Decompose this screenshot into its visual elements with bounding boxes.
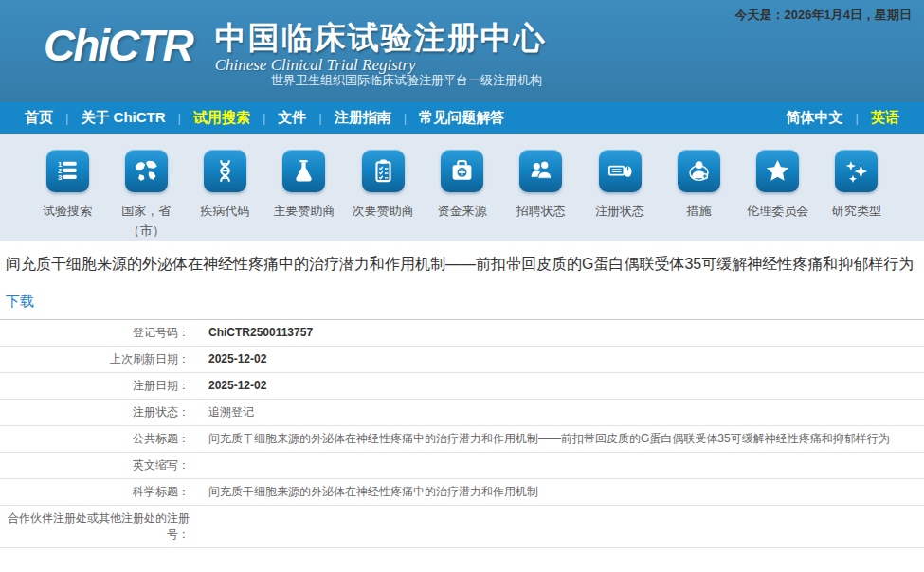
download-link[interactable]: 下载 <box>6 293 34 311</box>
row-value <box>201 522 924 531</box>
keyboard-mouse-icon[interactable] <box>599 150 642 192</box>
table-row-scientific-title: 科学标题： 间充质干细胞来源的外泌体在神经性疼痛中的治疗潜力和作用机制 <box>0 479 924 506</box>
search-filter-strip: 1 2 3 试验搜索 国家，省（市） <box>0 134 924 241</box>
flask-icon[interactable] <box>282 150 325 192</box>
world-map-icon[interactable] <box>125 150 168 192</box>
table-row-english-acronym: 英文缩写： <box>0 453 924 479</box>
trial-page-title: 间充质干细胞来源的外泌体在神经性疼痛中的治疗潜力和作用机制——前扣带回皮质的G蛋… <box>0 241 924 275</box>
filter-trial-search[interactable]: 1 2 3 试验搜索 <box>28 150 106 241</box>
filter-interventions[interactable]: 措施 <box>660 150 737 241</box>
filter-primary-sponsor[interactable]: 主要赞助商 <box>265 150 343 241</box>
table-row-registration-date: 注册日期： 2025-12-02 <box>0 373 924 400</box>
filter-country-province[interactable]: 国家，省（市） <box>107 150 185 241</box>
filter-label: 伦理委员会 <box>747 201 808 221</box>
language-switcher: 简体中文 | 英语 <box>774 109 912 127</box>
filter-label: 试验搜索 <box>43 201 92 221</box>
filter-label: 疾病代码 <box>201 201 250 221</box>
chictr-logo[interactable]: ChiCTR <box>44 21 192 70</box>
medical-bag-icon[interactable] <box>441 150 483 192</box>
filter-label: 国家，省（市） <box>117 201 175 241</box>
filter-label: 注册状态 <box>595 201 644 221</box>
row-label: 注册日期： <box>0 373 201 399</box>
list-numbers-icon[interactable]: 1 2 3 <box>46 150 89 192</box>
who-tagline: 世界卫生组织国际临床试验注册平台一级注册机构 <box>271 72 542 89</box>
nav-item-faq[interactable]: 常见问题解答 <box>407 109 516 127</box>
filter-funding-source[interactable]: 资金来源 <box>423 150 500 241</box>
table-row-last-refreshed: 上次刷新日期： 2025-12-02 <box>0 347 924 373</box>
clipboard-checklist-icon[interactable] <box>362 150 405 192</box>
table-row-public-title: 公共标题： 间充质干细胞来源的外泌体在神经性疼痛中的治疗潜力和作用机制——前扣带… <box>0 426 924 453</box>
nav-item-home[interactable]: 首页 <box>12 109 65 127</box>
current-date: 今天是：2026年1月4日，星期日 <box>735 7 912 24</box>
table-row-registration-number: 登记号码： ChiCTR2500113757 <box>0 320 924 347</box>
site-header: 今天是：2026年1月4日，星期日 ChiCTR 中国临床试验注册中心 Chin… <box>0 0 924 102</box>
people-icon[interactable] <box>519 150 562 192</box>
filter-disease-code[interactable]: 疾病代码 <box>187 150 264 241</box>
row-label: 注册状态： <box>0 400 201 425</box>
table-row-registration-status: 注册状态： 追溯登记 <box>0 400 924 426</box>
filter-secondary-sponsor[interactable]: 次要赞助商 <box>344 150 422 241</box>
filter-label: 招聘状态 <box>516 201 566 221</box>
row-value: 追溯登记 <box>201 400 924 425</box>
filter-label: 资金来源 <box>437 201 486 221</box>
filter-label: 研究类型 <box>832 201 881 221</box>
row-label: 科学标题： <box>0 479 201 505</box>
filter-registration-status[interactable]: 注册状态 <box>581 150 659 241</box>
site-title-zh: 中国临床试验注册中心 <box>215 21 547 55</box>
chictr-page: 今天是：2026年1月4日，星期日 ChiCTR 中国临床试验注册中心 Chin… <box>0 0 924 572</box>
row-value <box>201 461 924 471</box>
lang-simplified-chinese[interactable]: 简体中文 <box>774 109 856 127</box>
row-label: 上次刷新日期： <box>0 347 201 372</box>
brand-block: ChiCTR 中国临床试验注册中心 Chinese Clinical Trial… <box>44 21 547 75</box>
trial-detail-content: 间充质干细胞来源的外泌体在神经性疼痛中的治疗潜力和作用机制——前扣带回皮质的G蛋… <box>0 241 924 548</box>
filter-ethics-committee[interactable]: 伦理委员会 <box>739 150 817 241</box>
filter-study-type[interactable]: 研究类型 <box>818 150 896 241</box>
row-label: 英文缩写： <box>0 453 201 478</box>
dna-icon[interactable] <box>204 150 246 192</box>
row-value: ChiCTR2500113757 <box>201 320 924 346</box>
nav-item-trial-search[interactable]: 试用搜索 <box>181 109 263 127</box>
row-value: 间充质干细胞来源的外泌体在神经性疼痛中的治疗潜力和作用机制——前扣带回皮质的G蛋… <box>201 426 924 452</box>
brand-titles: 中国临床试验注册中心 Chinese Clinical Trial Regist… <box>215 21 547 75</box>
row-label: 登记号码： <box>0 320 201 346</box>
row-label: 公共标题： <box>0 426 201 452</box>
main-nav: 首页 | 关于 ChiCTR | 试用搜索 | 文件 | 注册指南 | 常见问题… <box>0 102 924 134</box>
star-icon[interactable] <box>756 150 799 192</box>
nav-item-about[interactable]: 关于 ChiCTR <box>68 109 177 127</box>
trial-detail-table: 登记号码： ChiCTR2500113757 上次刷新日期： 2025-12-0… <box>0 320 924 548</box>
filter-label: 措施 <box>686 201 711 221</box>
doctor-icon[interactable] <box>678 150 720 192</box>
nav-item-documents[interactable]: 文件 <box>265 109 318 127</box>
filter-recruiting-status[interactable]: 招聘状态 <box>502 150 580 241</box>
row-value: 2025-12-02 <box>201 347 924 372</box>
table-row-partner-registry-number: 合作伙伴注册处或其他注册处的注册号： <box>0 506 924 548</box>
row-value: 2025-12-02 <box>201 373 924 399</box>
nav-item-registration-guide[interactable]: 注册指南 <box>322 109 404 127</box>
filter-label: 主要赞助商 <box>273 201 335 221</box>
lang-english[interactable]: 英语 <box>859 109 912 127</box>
svg-text:3: 3 <box>57 173 62 182</box>
filter-label: 次要赞助商 <box>353 201 414 221</box>
sparkles-icon[interactable] <box>835 150 878 192</box>
row-label: 合作伙伴注册处或其他注册处的注册号： <box>0 506 201 547</box>
row-value: 间充质干细胞来源的外泌体在神经性疼痛中的治疗潜力和作用机制 <box>201 479 924 505</box>
